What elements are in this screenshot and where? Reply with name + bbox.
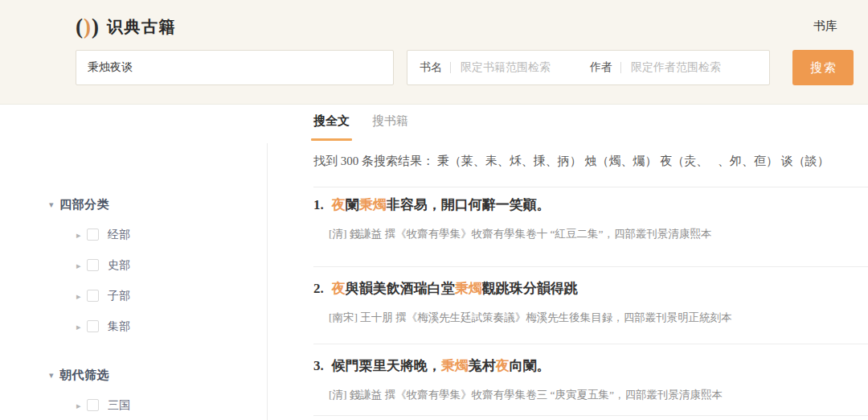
filter-section-header[interactable]: ▾四部分类 [0, 198, 267, 211]
sentence-text: 向闌。 [510, 358, 551, 373]
filter-section-title: 四部分类 [59, 197, 109, 212]
result-number: 3. [313, 358, 324, 373]
filter-item[interactable]: ▸子部 [0, 289, 267, 303]
result-sentence[interactable]: 1.夜闌秉燭非容易，開口何辭一笑顚。 [313, 196, 857, 214]
filter-item[interactable]: ▸经部 [0, 228, 267, 241]
result-citation: [南宋] 王十朋 撰《梅溪先生廷試策奏議》梅溪先生後集目録，四部叢刊景明正統刻本 [329, 311, 857, 325]
sidebar-divider [267, 143, 268, 420]
highlighted-keyword: 秉燭 [455, 281, 482, 296]
logo-bracket-icon: ) [84, 14, 91, 39]
highlighted-keyword: 夜 [332, 197, 346, 212]
separator [313, 187, 868, 187]
checkbox[interactable] [87, 259, 99, 271]
caret-down-icon[interactable]: ▾ [49, 369, 59, 381]
result-citation: [清] 錢謙益 撰《牧齋有學集》牧齋有學集卷三 “庚寅夏五集”，四部叢刊景清康熙… [329, 388, 857, 402]
filter-item-label: 史部 [108, 258, 130, 273]
filter-section-title: 朝代筛选 [59, 368, 109, 383]
filter-item-label: 经部 [108, 228, 130, 242]
tabs: 搜全文搜书籍 [313, 113, 408, 141]
sentence-text: 非容易，開口何辭一笑顚。 [387, 197, 551, 212]
app-title: 识典古籍 [107, 16, 176, 38]
result-sentence[interactable]: 3.候門栗里天將晚，秉燭羗村夜向闌。 [313, 357, 857, 375]
book-scope-label: 书名 [420, 60, 442, 75]
checkbox[interactable] [87, 320, 99, 332]
author-scope-input[interactable] [629, 60, 757, 75]
caret-right-icon[interactable]: ▸ [76, 259, 87, 272]
search-button[interactable]: 搜索 [792, 50, 854, 85]
filter-section: ▾朝代筛选▸三国 [0, 369, 267, 412]
divider [450, 62, 451, 73]
author-scope-label: 作者 [590, 60, 612, 75]
divider [620, 62, 621, 73]
filter-item[interactable]: ▸集部 [0, 319, 267, 333]
tab-search-fulltext[interactable]: 搜全文 [313, 113, 350, 141]
result-number: 2. [313, 281, 324, 296]
filter-item[interactable]: ▸史部 [0, 258, 267, 272]
sentence-text: 與韻美飲酒瑞白堂 [346, 281, 455, 296]
checkbox[interactable] [87, 229, 99, 241]
filter-section: ▾四部分类▸经部▸史部▸子部▸集部 [0, 198, 267, 333]
checkbox[interactable] [87, 399, 99, 411]
author-scope: 作者 [590, 60, 757, 75]
caret-down-icon[interactable]: ▾ [49, 198, 59, 211]
result-sentence[interactable]: 2.夜與韻美飲酒瑞白堂秉燭觀跳珠分韻得跳 [313, 280, 857, 298]
filter-item[interactable]: ▸三国 [0, 398, 267, 412]
result-number: 1. [313, 197, 324, 212]
book-scope: 书名 [420, 60, 590, 75]
sentence-text: 候門栗里天將晚， [332, 358, 441, 373]
caret-right-icon[interactable]: ▸ [76, 399, 87, 412]
highlighted-keyword: 夜 [496, 358, 510, 373]
result-citation: [清] 錢謙益 撰《牧齋有學集》牧齋有學集卷十 “紅豆二集”，四部叢刊景清康熙本 [329, 227, 857, 241]
caret-right-icon[interactable]: ▸ [76, 290, 87, 303]
separator [313, 415, 868, 416]
highlighted-keyword: 秉燭 [441, 358, 469, 373]
tab-search-books[interactable]: 搜书籍 [372, 113, 408, 141]
highlighted-keyword: 秉燭 [359, 197, 387, 212]
header: ( ) ) 识典古籍 书库 书名 作者 搜索 [0, 0, 868, 105]
highlighted-keyword: 夜 [332, 281, 346, 296]
book-scope-input[interactable] [459, 60, 590, 75]
caret-right-icon[interactable]: ▸ [76, 320, 87, 333]
separator [313, 266, 868, 267]
caret-right-icon[interactable]: ▸ [76, 229, 87, 241]
page: ( ) ) 识典古籍 书库 书名 作者 搜索 搜全文搜书籍 ▾四部分类▸经部▸史… [0, 0, 868, 420]
sentence-text: 觀跳珠分韻得跳 [482, 281, 578, 296]
filter-item-label: 三国 [108, 398, 130, 413]
results-summary: 找到 300 条搜索结果： 秉（莱、耒、秌、㨀、抦） 烛（燭、爥） 夜（灻、𠛛、… [313, 153, 857, 170]
filter-item-label: 子部 [108, 289, 130, 303]
checkbox[interactable] [87, 290, 99, 302]
sentence-text: 羗村 [469, 358, 496, 373]
filter-section-header[interactable]: ▾朝代筛选 [0, 369, 267, 381]
separator [313, 344, 868, 344]
scope-filter-box: 书名 作者 [407, 50, 770, 85]
sentence-text: 闌 [346, 197, 359, 212]
logo-bracket-icon: ( [76, 14, 83, 39]
logo-bracket-icon: ) [92, 14, 99, 39]
search-input[interactable] [76, 50, 394, 85]
filter-item-label: 集部 [108, 319, 130, 334]
app-logo[interactable]: ( ) ) 识典古籍 [76, 12, 176, 41]
nav-library-link[interactable]: 书库 [813, 19, 837, 34]
